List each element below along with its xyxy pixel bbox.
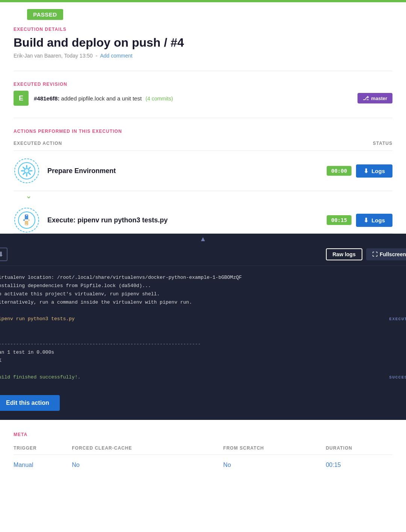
fullscreen-icon: ⛶ [372, 251, 377, 257]
python-icon [14, 207, 40, 233]
svg-line-11 [23, 173, 25, 175]
download-icon-1: ⬇ [364, 167, 368, 175]
actions-section-label: ACTIONS PERFORMED IN THIS EXECUTION [14, 129, 392, 134]
branch-badge: ⎇ master [358, 93, 392, 103]
executed-revision-label: EXECUTED REVISION [14, 82, 392, 87]
action-cell-2: Execute: pipenv run python3 tests.py [14, 207, 279, 233]
log-line-9: Ran 1 test in 0.000s [0, 348, 406, 357]
action-cell-1: Prepare Environment [14, 158, 279, 184]
logs-panel: ▲ ⬇ Raw logs ⛶ Fullscreen Virtualenv loc… [0, 234, 406, 420]
revision-row: E #481e6f8: added pipfile.lock and a uni… [14, 91, 392, 106]
col-executed-action: EXECUTED ACTION [14, 138, 279, 151]
svg-line-9 [29, 173, 30, 175]
action-status-cell-2: 00:15 ⬇ Logs [279, 214, 392, 227]
log-line-0: Virtualenv location: /root/.local/share/… [0, 274, 406, 282]
fullscreen-button[interactable]: ⛶ Fullscreen [366, 248, 406, 260]
execution-details-section: EXECUTION DETAILS Build and deploy on pu… [14, 27, 392, 59]
svg-point-15 [26, 224, 27, 225]
execute-label: EXECUTE [389, 316, 406, 323]
col-status: STATUS [279, 138, 392, 151]
meta-col-duration: DURATION [326, 442, 392, 455]
log-line-3: Alternatively, run a command inside the … [0, 298, 406, 307]
log-line-2: To activate this project's virtualenv, r… [0, 290, 406, 298]
revision-avatar: E [14, 91, 29, 106]
logs-label-1: Logs [371, 168, 385, 174]
log-line-6 [0, 324, 406, 332]
action-name-2: Execute: pipenv run python3 tests.py [47, 216, 168, 224]
logs-button-1[interactable]: ⬇ Logs [356, 164, 392, 178]
commits-count: (4 commits) [145, 96, 173, 102]
revision-text: #481e6f8: added pipfile.lock and a unit … [34, 95, 173, 102]
execution-details-label: EXECUTION DETAILS [14, 27, 392, 32]
log-line-1: Installing dependencies from Pipfile.loc… [0, 282, 406, 290]
action-row-1: Prepare Environment 00:00 ⬇ Logs [14, 151, 392, 191]
meta-col-from-scratch: FROM SCRATCH [223, 442, 326, 455]
action-icon-wrap-2 [14, 207, 40, 233]
fullscreen-label: Fullscreen [380, 251, 406, 257]
commit-message: added pipfile.lock and a unit test [61, 95, 142, 102]
meta-section: META TRIGGER FORCED CLEAR-CACHE FROM SCR… [0, 432, 406, 475]
action-name-1: Prepare Environment [47, 167, 116, 175]
page-title: Build and deploy on push / #4 [14, 36, 392, 50]
action-status-cell-1: 00:00 ⬇ Logs [279, 164, 392, 178]
log-line-4 [0, 307, 406, 315]
logs-toolbar-right: Raw logs ⛶ Fullscreen [326, 248, 406, 260]
terminal-symbol: ⬇ [0, 250, 4, 258]
svg-point-14 [26, 215, 27, 216]
branch-icon: ⎇ [363, 95, 369, 101]
actions-section: ACTIONS PERFORMED IN THIS EXECUTION EXEC… [14, 129, 392, 234]
raw-logs-button[interactable]: Raw logs [326, 248, 362, 260]
prepare-environment-icon [14, 158, 40, 184]
log-line-10: OK [0, 357, 406, 365]
add-comment-link[interactable]: Add comment [100, 53, 132, 59]
logs-footer: Edit this action [0, 389, 406, 420]
meta-row: Manual No No 00:15 [14, 455, 392, 476]
author-name: Erik-Jan van Baaren [14, 53, 61, 59]
logs-body: Virtualenv location: /root/.local/share/… [0, 266, 406, 389]
meta-from-scratch-value: No [223, 455, 326, 476]
chevron-down-icon: ⌄ [26, 191, 32, 200]
log-line-12: Build finished successfully!. [0, 373, 80, 382]
meta-duration-value: 00:15 [326, 455, 392, 476]
action-time-1: 00:00 [327, 166, 351, 176]
execution-subtitle: Erik-Jan van Baaren, Today 13:50 - Add c… [14, 53, 392, 59]
svg-line-10 [29, 167, 30, 169]
meta-section-label: META [14, 432, 392, 437]
logs-button-2[interactable]: ⬇ Logs [356, 214, 392, 227]
meta-trigger-value: Manual [14, 455, 72, 476]
edit-action-button[interactable]: Edit this action [0, 395, 60, 411]
executed-revision-section: EXECUTED REVISION E #481e6f8: added pipf… [14, 82, 392, 106]
log-line-7: . [0, 332, 406, 340]
logs-label-2: Logs [371, 217, 385, 223]
action-time-2: 00:15 [327, 215, 351, 225]
commit-hash: #481e6f8: [34, 95, 59, 102]
meta-col-clear-cache: FORCED CLEAR-CACHE [72, 442, 223, 455]
action-icon-wrap-1 [14, 158, 40, 184]
download-icon-2: ⬇ [364, 217, 368, 224]
meta-table: TRIGGER FORCED CLEAR-CACHE FROM SCRATCH … [14, 442, 392, 475]
branch-label: master [371, 96, 387, 101]
log-line-5: pipenv run python3 tests.py [0, 315, 75, 323]
action-row-2: Execute: pipenv run python3 tests.py 00:… [14, 200, 392, 234]
logs-toolbar-left: ⬇ [0, 248, 8, 261]
panel-top-chevron: ▲ [0, 234, 406, 243]
passed-badge: PASSED [27, 9, 63, 20]
meta-clear-cache-value: No [72, 455, 223, 476]
logs-toolbar: ⬇ Raw logs ⛶ Fullscreen [0, 243, 406, 266]
log-line-11 [0, 365, 406, 373]
terminal-icon: ⬇ [0, 248, 8, 261]
log-line-8: ----------------------------------------… [0, 340, 406, 348]
success-label: SUCCESS [389, 374, 406, 381]
meta-col-trigger: TRIGGER [14, 442, 72, 455]
connector: ⌄ [14, 191, 392, 200]
timestamp: Today 13:50 [64, 53, 92, 59]
connector-row: ⌄ [14, 191, 392, 201]
actions-table: EXECUTED ACTION STATUS [14, 138, 392, 234]
svg-point-13 [18, 212, 35, 228]
passed-badge-wrap: PASSED [0, 2, 406, 27]
svg-line-8 [23, 167, 25, 169]
